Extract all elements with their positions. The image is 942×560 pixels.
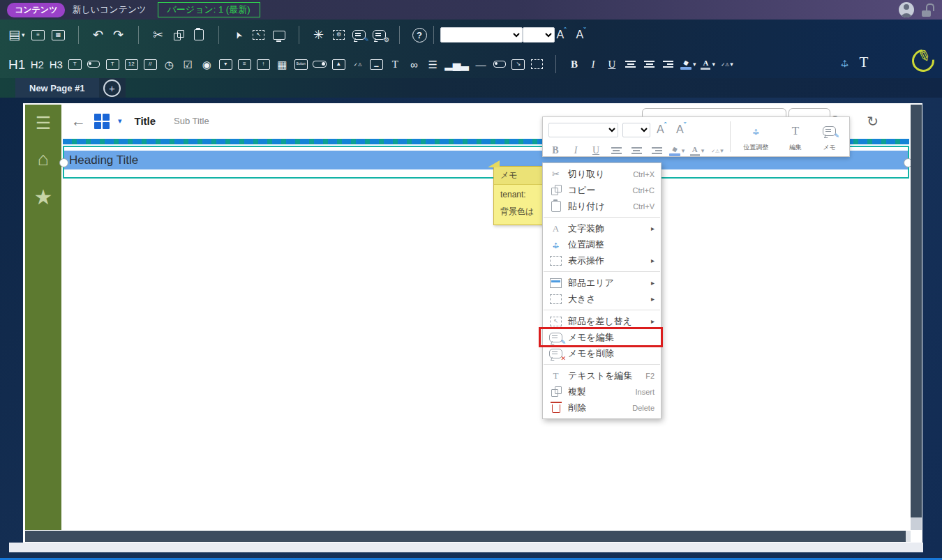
float-button-position-adjust[interactable]: ↔↕位置調整 <box>743 122 768 152</box>
menu-item-parts-area[interactable]: 部品エリア▸ <box>543 275 661 291</box>
table-widget-icon[interactable]: ▦ <box>275 55 289 73</box>
font-color-icon[interactable]: A▾ <box>701 55 715 73</box>
font-family-select[interactable] <box>440 27 523 43</box>
font-size-select[interactable] <box>523 27 555 43</box>
menu-item-copy[interactable]: コピーCtrl+C <box>543 182 661 198</box>
export-file-icon[interactable]: ▦ <box>52 26 66 44</box>
refresh-icon[interactable]: ↻ <box>867 113 879 130</box>
heading-3-icon[interactable]: H3 <box>49 55 63 73</box>
image-widget-icon[interactable]: ▲ <box>331 55 345 73</box>
radio-button-icon[interactable]: ◉ <box>200 55 214 73</box>
edit-mode-pencil-icon[interactable]: ✎ <box>910 47 936 74</box>
area-settings-icon[interactable]: ⚙ <box>332 26 346 44</box>
copy-widget-icon[interactable] <box>172 26 186 44</box>
flow-widget-icon[interactable]: ↘ <box>511 55 525 73</box>
list-box-icon[interactable]: ≡ <box>237 55 251 73</box>
help-icon[interactable]: ? <box>412 26 427 44</box>
layout-caret-icon[interactable]: ▾ <box>118 116 122 126</box>
user-avatar-icon[interactable] <box>899 2 914 17</box>
bold-icon[interactable]: B <box>567 55 581 73</box>
status-widget-icon[interactable]: ✓⚠ <box>350 55 364 73</box>
pill-widget-icon[interactable] <box>493 55 507 73</box>
float-bold-icon[interactable]: B <box>548 142 562 160</box>
float-align-left-icon[interactable] <box>609 142 623 160</box>
float-align-right-icon[interactable] <box>650 142 664 160</box>
float-fill-color-icon[interactable]: ◆▾ <box>670 142 684 160</box>
undo-icon[interactable]: ↶ <box>91 26 105 44</box>
select-box-icon[interactable]: ▾ <box>218 55 232 73</box>
sidebar-star-icon[interactable]: ★ <box>34 187 53 208</box>
date-field-icon[interactable]: // <box>143 55 157 73</box>
underline-icon[interactable]: U <box>605 55 619 73</box>
chart-widget-icon[interactable]: ▂▅▃ <box>444 55 469 73</box>
menu-item-edit-memo[interactable]: ✎メモを編集 <box>543 329 661 345</box>
list-widget-icon[interactable]: ☰ <box>426 55 440 73</box>
panel-widget-icon[interactable]: ▁ <box>369 55 383 73</box>
highlight-parts-icon[interactable]: ✳ <box>312 26 326 44</box>
text-edit-icon[interactable]: T <box>857 53 871 71</box>
float-font-color-icon[interactable]: A▾ <box>690 142 704 160</box>
position-adjust-icon[interactable]: ↔↕ <box>837 53 851 71</box>
back-arrow-icon[interactable]: ← <box>71 113 86 130</box>
view-source-icon[interactable]: ≡ <box>31 26 45 44</box>
vertical-scrollbar-thumb[interactable] <box>911 105 922 517</box>
dashed-area-widget-icon[interactable] <box>530 55 544 73</box>
cut-icon[interactable]: ✂ <box>151 26 165 44</box>
font-size-decrease-icon[interactable]: Aˇ <box>574 26 588 44</box>
menu-item-text-decoration[interactable]: A文字装飾▸ <box>543 220 661 236</box>
heading-1-icon[interactable]: H1 <box>8 55 25 73</box>
float-font-family-select[interactable] <box>548 123 618 137</box>
button-widget-icon[interactable]: Button <box>294 55 308 73</box>
file-upload-icon[interactable]: ↑ <box>256 55 270 73</box>
checkbox-icon[interactable]: ☑ <box>181 55 195 73</box>
menu-item-delete-memo[interactable]: ✕メモを削除 <box>543 345 661 361</box>
text-widget-icon[interactable]: T <box>388 55 402 73</box>
status-color-icon[interactable]: ✓⚠▾ <box>720 55 734 73</box>
align-right-icon[interactable] <box>661 55 675 73</box>
select-area-icon[interactable]: ↖ <box>252 26 266 44</box>
float-align-center-icon[interactable] <box>629 142 643 160</box>
pointer-icon[interactable]: ➤ <box>232 26 246 44</box>
italic-icon[interactable]: I <box>586 55 600 73</box>
menu-item-display-operations[interactable]: 表示操作▸ <box>543 252 661 268</box>
fill-color-icon[interactable]: ◆▾ <box>680 55 696 73</box>
resize-handle-left[interactable] <box>59 158 68 167</box>
float-font-size-select[interactable] <box>622 123 650 137</box>
inline-field-icon[interactable] <box>87 55 100 73</box>
sidebar-home-icon[interactable]: ⌂ <box>38 150 49 169</box>
memo-settings-icon[interactable]: ⚙ <box>373 26 387 44</box>
float-font-size-increase-icon[interactable]: Aˆ <box>655 121 668 139</box>
time-field-icon[interactable]: ◷ <box>162 55 176 73</box>
link-widget-icon[interactable]: ∞ <box>407 55 421 73</box>
tab-new-page[interactable]: New Page #1 <box>15 78 99 98</box>
float-underline-icon[interactable]: U <box>589 142 603 160</box>
text-field-icon[interactable]: T <box>68 55 82 73</box>
paste-widget-icon[interactable] <box>192 26 206 44</box>
content-publish-icon[interactable]: ▤▾ <box>8 26 25 44</box>
menu-item-size[interactable]: 大きさ▸ <box>543 291 661 307</box>
unlock-icon[interactable] <box>921 3 934 17</box>
add-tab-button[interactable]: + <box>99 78 126 98</box>
sidebar-menu-icon[interactable]: ☰ <box>36 114 51 132</box>
redo-icon[interactable]: ↷ <box>112 26 126 44</box>
menu-item-position-adjust[interactable]: ↔↕位置調整 <box>543 236 661 252</box>
float-italic-icon[interactable]: I <box>569 142 583 160</box>
horizontal-scrollbar-thumb[interactable] <box>25 531 906 542</box>
float-button-memo[interactable]: ✎メモ <box>823 122 837 152</box>
vertical-scrollbar[interactable] <box>911 105 922 530</box>
align-center-icon[interactable] <box>643 55 657 73</box>
toggle-switch-icon[interactable] <box>313 55 327 73</box>
layout-grid-icon[interactable] <box>94 114 110 129</box>
menu-item-replace-part[interactable]: ↖部品を差し替え▸ <box>543 313 661 329</box>
menu-item-edit-text[interactable]: Tテキストを編集F2 <box>543 368 661 384</box>
menu-item-delete[interactable]: 削除Delete <box>543 400 661 416</box>
align-left-icon[interactable] <box>624 55 638 73</box>
float-button-text-edit[interactable]: T編集 <box>788 122 802 152</box>
preview-monitor-icon[interactable] <box>272 26 286 44</box>
hline-widget-icon[interactable]: — <box>474 55 488 73</box>
number-field-icon[interactable]: 12 <box>124 55 138 73</box>
font-size-increase-icon[interactable]: Aˆ <box>555 26 569 44</box>
horizontal-scrollbar[interactable] <box>25 531 922 542</box>
menu-item-duplicate[interactable]: 複製Insert <box>543 384 661 400</box>
heading-2-icon[interactable]: H2 <box>30 55 44 73</box>
